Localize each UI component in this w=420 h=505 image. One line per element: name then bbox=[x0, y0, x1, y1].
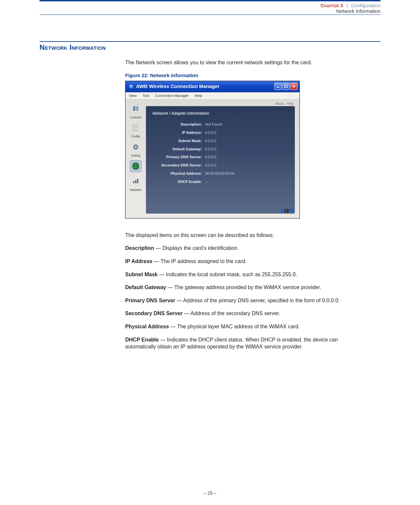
field-row: DHCP Enable:--- bbox=[153, 179, 288, 184]
menu-help[interactable]: Help bbox=[195, 93, 202, 98]
svg-point-0 bbox=[129, 84, 133, 88]
app-window: AWB Wireless Connection Manager View Too… bbox=[125, 81, 300, 219]
field-value: 0.0.0.0 bbox=[205, 147, 216, 152]
sidebar-label: Profile bbox=[127, 134, 145, 138]
definition-term: Subnet Mask bbox=[125, 272, 158, 277]
post-figure-text: The displayed items on this screen can b… bbox=[125, 232, 356, 239]
field-label: Primary DNS Server: bbox=[153, 155, 205, 160]
logo-w: W bbox=[284, 208, 290, 214]
definition-term: Description bbox=[125, 245, 154, 251]
sidebar-item-connect[interactable]: Connect bbox=[127, 103, 145, 119]
field-value: Not Found bbox=[205, 122, 222, 127]
sidebar-label: Connect bbox=[127, 115, 145, 119]
header-sub: Network Information bbox=[336, 8, 380, 14]
field-row: IP Address:0.0.0.0 bbox=[153, 130, 288, 135]
app-body: About Help Connect Profile bbox=[126, 100, 299, 218]
field-value: 0.0.0.0 bbox=[205, 163, 216, 168]
setting-icon bbox=[130, 141, 142, 153]
definition-item: Description — Displays the card's identi… bbox=[125, 245, 356, 252]
field-row: Default Gateway:0.0.0.0 bbox=[153, 147, 288, 152]
statistics-icon bbox=[130, 175, 142, 187]
menu-tool[interactable]: Tool bbox=[143, 93, 149, 98]
definition-text: — Indicates the local subnet mask, such … bbox=[158, 272, 297, 277]
definition-item: Secondary DNS Server — Address of the se… bbox=[125, 310, 356, 317]
field-label: Default Gateway: bbox=[153, 147, 205, 152]
svg-rect-4 bbox=[136, 106, 138, 111]
link-help[interactable]: Help bbox=[287, 102, 294, 105]
network-icon bbox=[130, 160, 142, 172]
svg-rect-2 bbox=[285, 85, 287, 88]
field-row: Physical Address:00:00:00:00:00:00 bbox=[153, 171, 288, 176]
close-button[interactable] bbox=[290, 83, 297, 90]
menu-view[interactable]: View bbox=[129, 93, 137, 98]
sidebar-label: Setting bbox=[127, 154, 145, 158]
field-value: --- bbox=[205, 179, 209, 184]
definition-item: Subnet Mask — Indicates the local subnet… bbox=[125, 271, 356, 278]
link-about[interactable]: About bbox=[275, 102, 284, 105]
top-links: About Help bbox=[273, 102, 294, 106]
app-icon bbox=[128, 83, 134, 89]
brand-logo: AWB bbox=[280, 207, 294, 215]
panel-title: Network / Adapter Information bbox=[153, 111, 288, 116]
minimize-button[interactable] bbox=[274, 83, 282, 90]
field-label: Description: bbox=[153, 122, 205, 127]
definition-item: Physical Address — The physical layer MA… bbox=[125, 323, 356, 330]
sidebar-item-network[interactable] bbox=[127, 160, 145, 173]
field-label: DHCP Enable: bbox=[153, 179, 205, 184]
logo-a: A bbox=[280, 208, 284, 214]
svg-rect-1 bbox=[277, 87, 279, 88]
definition-item: DHCP Enable — Indicates the DHCP client … bbox=[125, 336, 356, 350]
definition-item: Primary DNS Server — Address of the prim… bbox=[125, 297, 356, 304]
figure-caption: Figure 22: Network Information bbox=[125, 72, 356, 79]
sidebar-item-profile[interactable]: Profile bbox=[127, 122, 145, 138]
field-label: Subnet Mask: bbox=[153, 138, 205, 143]
section-rule bbox=[40, 41, 380, 42]
definition-item: IP Address — The IP address assigned to … bbox=[125, 258, 356, 265]
definition-term: Secondary DNS Server bbox=[125, 311, 182, 316]
field-value: 0.0.0.0 bbox=[205, 155, 216, 160]
maximize-button[interactable] bbox=[282, 83, 290, 90]
field-label: IP Address: bbox=[153, 130, 205, 135]
definition-text: — Address of the primary DNS server, spe… bbox=[175, 298, 340, 303]
menu-connection-manager[interactable]: Connection Manager bbox=[155, 93, 189, 98]
window-controls bbox=[274, 83, 297, 90]
definition-text: — The IP address assigned to the card. bbox=[153, 258, 247, 264]
sidebar-label: Statistics bbox=[127, 188, 145, 192]
sidebar-item-statistics[interactable]: Statistics bbox=[127, 175, 145, 192]
definition-term: Primary DNS Server bbox=[125, 298, 175, 303]
definition-term: IP Address bbox=[125, 258, 153, 264]
logo-b: B bbox=[290, 208, 294, 214]
field-row: Secondary DNS Server:0.0.0.0 bbox=[153, 163, 288, 168]
field-label: Secondary DNS Server: bbox=[153, 163, 205, 168]
field-label: Physical Address: bbox=[153, 171, 205, 176]
header-separator: | bbox=[347, 3, 348, 8]
header-config: Configuration bbox=[351, 3, 380, 8]
window-title: AWB Wireless Connection Manager bbox=[136, 83, 219, 90]
intro-paragraph: The Network screen allows you to view th… bbox=[125, 59, 356, 66]
window-titlebar: AWB Wireless Connection Manager bbox=[126, 81, 299, 92]
info-panel: Network / Adapter Information Descriptio… bbox=[146, 106, 295, 214]
page-number: – 25 – bbox=[0, 490, 420, 496]
sidebar-item-setting[interactable]: Setting bbox=[127, 141, 145, 158]
section-title: Network Information bbox=[40, 43, 380, 52]
field-row: Primary DNS Server:0.0.0.0 bbox=[153, 155, 288, 160]
svg-point-7 bbox=[135, 146, 137, 148]
menu-bar: View Tool Connection Manager Help bbox=[126, 92, 299, 100]
field-row: Description:Not Found bbox=[153, 122, 288, 127]
connect-icon bbox=[130, 103, 142, 115]
sidebar: Connect Profile Setting bbox=[126, 100, 146, 218]
definition-term: DHCP Enable bbox=[125, 337, 159, 342]
field-value: 0.0.0.0 bbox=[205, 130, 216, 135]
svg-rect-3 bbox=[133, 106, 135, 111]
chapter-label: Chapter 3 bbox=[321, 3, 343, 8]
definition-text: — The gateway address provided by the Wi… bbox=[166, 284, 321, 290]
field-value: 0.0.0.0 bbox=[205, 138, 216, 143]
definition-text: — Address of the secondary DNS server. bbox=[182, 311, 280, 316]
definition-term: Default Gateway bbox=[125, 284, 166, 290]
definition-text: — The physical layer MAC address of the … bbox=[169, 324, 300, 329]
definitions-list: Description — Displays the card's identi… bbox=[125, 245, 356, 350]
page-header: Chapter 3 | Configuration Network Inform… bbox=[40, 0, 380, 15]
profile-icon bbox=[130, 122, 142, 134]
field-value: 00:00:00:00:00:00 bbox=[205, 171, 235, 176]
definition-item: Default Gateway — The gateway address pr… bbox=[125, 284, 356, 291]
